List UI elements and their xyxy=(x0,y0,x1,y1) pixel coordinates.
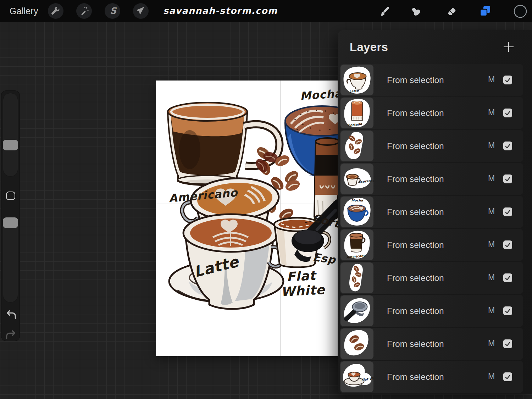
redo-icon xyxy=(4,329,18,341)
layer-thumbnail[interactable]: Flat White xyxy=(340,361,373,392)
check-icon xyxy=(504,209,511,215)
layer-name: From selection xyxy=(387,207,444,217)
workspace-background: Americano Mocha Latte Cort Esp Flat Whit… xyxy=(0,22,532,399)
layer-thumbnail[interactable]: Mocha xyxy=(340,196,373,227)
undo-icon xyxy=(4,309,18,321)
layer-name: From selection xyxy=(387,240,444,250)
smudge-icon xyxy=(410,5,422,17)
layer-visibility-checkbox[interactable] xyxy=(503,109,512,117)
brush-size-handle[interactable] xyxy=(3,140,18,150)
blend-mode-badge[interactable]: M xyxy=(488,207,495,216)
eraser-tool-button[interactable] xyxy=(443,5,459,18)
canvas[interactable]: Americano Mocha Latte Cort Esp Flat Whit… xyxy=(156,81,358,356)
smudge-tool-button[interactable] xyxy=(408,5,424,18)
color-tool-button[interactable] xyxy=(512,5,528,18)
selection-s-icon: S xyxy=(107,5,118,17)
transform-button[interactable] xyxy=(133,3,149,19)
blend-mode-badge[interactable]: M xyxy=(488,141,495,150)
layer-thumbnail[interactable] xyxy=(340,328,373,359)
opacity-handle[interactable] xyxy=(3,217,18,228)
blend-mode-badge[interactable]: M xyxy=(488,174,495,183)
blend-mode-badge[interactable]: M xyxy=(488,273,495,282)
layer-row-beans-3[interactable]: From selection M xyxy=(340,328,523,360)
blend-mode-badge[interactable]: M xyxy=(488,240,495,249)
modify-button[interactable] xyxy=(6,192,15,200)
layer-name: From selection xyxy=(387,273,444,283)
side-toolbar xyxy=(1,90,20,341)
eraser-icon xyxy=(445,5,457,17)
layer-row-espresso[interactable]: Espresso From selection M xyxy=(340,163,523,195)
flat-white-label-line2: White xyxy=(281,282,326,299)
layer-thumbnail[interactable]: Cortado xyxy=(340,98,373,128)
layer-name: From selection xyxy=(387,306,444,316)
layer-row-americano[interactable]: Americano From selection M xyxy=(340,229,523,261)
layer-visibility-checkbox[interactable] xyxy=(503,339,512,348)
layer-visibility-checkbox[interactable] xyxy=(503,174,512,183)
coffee-illustration: Americano Mocha Latte Cort Esp Flat Whit… xyxy=(156,81,358,356)
layer-thumbnail[interactable] xyxy=(340,131,373,161)
layer-thumbnail[interactable]: Espresso xyxy=(340,164,373,194)
layer-row-portafilter[interactable]: From selection M xyxy=(340,295,523,327)
check-icon xyxy=(504,110,511,116)
blend-mode-badge[interactable]: M xyxy=(488,75,495,84)
layer-row-cortado[interactable]: Cortado From selection M xyxy=(340,97,523,129)
brush-size-slider[interactable] xyxy=(3,93,18,177)
adjustments-button[interactable] xyxy=(76,3,92,19)
layer-row-mocha[interactable]: Mocha From selection M xyxy=(340,196,523,228)
coffee-beans-thumb-icon xyxy=(340,328,373,359)
thumb-caption: Mocha xyxy=(351,199,364,202)
check-icon xyxy=(504,307,511,314)
espresso-label: Esp xyxy=(312,250,337,266)
flat-white-thumb-icon: Flat White xyxy=(340,361,373,392)
top-toolbar: Gallery S savannah-storm.com xyxy=(0,0,532,22)
layer-visibility-checkbox[interactable] xyxy=(503,240,512,249)
blend-mode-badge[interactable]: M xyxy=(488,108,495,117)
check-icon xyxy=(504,77,511,83)
check-icon xyxy=(504,176,511,182)
document-title: savannah-storm.com xyxy=(163,6,277,16)
coffee-beans-thumb-icon xyxy=(340,262,373,293)
layer-visibility-checkbox[interactable] xyxy=(503,207,512,216)
layer-row-beans-1[interactable]: From selection M xyxy=(340,130,523,162)
layer-name: From selection xyxy=(387,75,444,85)
blend-mode-badge[interactable]: M xyxy=(488,306,495,315)
layer-thumbnail[interactable]: Latte xyxy=(340,65,373,95)
layer-visibility-checkbox[interactable] xyxy=(503,142,512,150)
layer-row-flat-white[interactable]: Flat White From selection M xyxy=(340,361,523,393)
layer-thumbnail[interactable]: Americano xyxy=(340,229,373,260)
layer-row-beans-2[interactable]: From selection M xyxy=(340,262,523,294)
gallery-button[interactable]: Gallery xyxy=(10,6,38,16)
redo-button[interactable] xyxy=(4,329,18,341)
add-layer-button[interactable] xyxy=(500,38,517,55)
layers-panel-title: Layers xyxy=(350,40,388,54)
actions-button[interactable] xyxy=(48,3,63,19)
portafilter-thumb-icon xyxy=(340,295,373,326)
cortado-thumb-icon: Cortado xyxy=(340,98,373,128)
blend-mode-badge[interactable]: M xyxy=(488,372,495,381)
layers-tool-button[interactable] xyxy=(477,5,493,18)
plus-icon xyxy=(503,41,515,53)
layer-thumbnail[interactable] xyxy=(340,295,373,326)
layer-visibility-checkbox[interactable] xyxy=(503,76,512,84)
color-circle-icon xyxy=(512,4,528,19)
selection-button[interactable]: S xyxy=(105,3,120,19)
mocha-thumb-icon: Mocha xyxy=(340,196,373,227)
layer-name: From selection xyxy=(387,339,444,349)
layer-visibility-checkbox[interactable] xyxy=(503,306,512,315)
blend-mode-badge[interactable]: M xyxy=(488,339,495,348)
layer-row-latte[interactable]: Latte From selection M xyxy=(340,64,523,96)
layer-name: From selection xyxy=(387,141,444,151)
brush-icon xyxy=(379,5,391,17)
brush-tool-button[interactable] xyxy=(377,5,393,18)
layer-visibility-checkbox[interactable] xyxy=(503,372,512,381)
check-icon xyxy=(504,373,511,380)
layer-thumbnail[interactable] xyxy=(340,262,373,293)
layers-panel: Layers xyxy=(338,30,532,394)
procreate-window: Gallery S savannah-storm.com xyxy=(0,0,532,399)
latte-thumb-icon: Latte xyxy=(340,65,373,95)
layer-visibility-checkbox[interactable] xyxy=(503,273,512,282)
opacity-slider[interactable] xyxy=(3,217,18,303)
layers-icon xyxy=(479,5,492,18)
undo-button[interactable] xyxy=(4,309,18,321)
espresso-thumb-icon: Espresso xyxy=(340,164,373,194)
